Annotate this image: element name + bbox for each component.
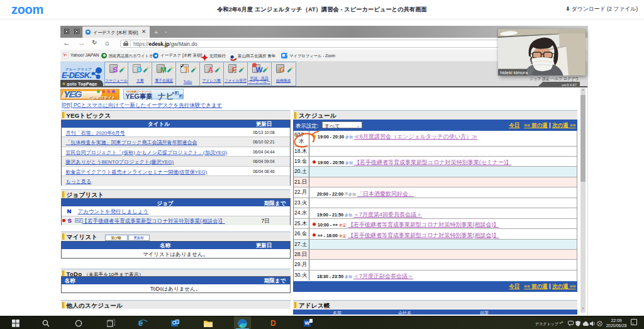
svg-text:hideki kimura: hideki kimura: [500, 70, 528, 75]
